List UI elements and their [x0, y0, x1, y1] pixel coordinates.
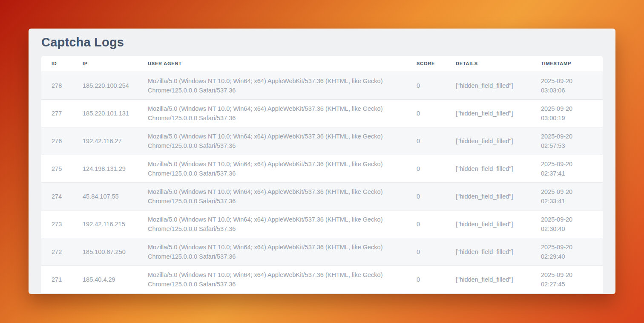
- captcha-logs-card: Captcha Logs IDIPUSER AGENTSCOREDETAILST…: [29, 29, 615, 294]
- column-header-id: ID: [41, 56, 72, 72]
- cell-id: 278: [41, 72, 72, 99]
- table-row: 271185.40.4.29Mozilla/5.0 (Windows NT 10…: [41, 265, 603, 293]
- cell-id: 277: [41, 99, 72, 127]
- cell-details: ["hidden_field_filled"]: [446, 127, 531, 155]
- cell-details: ["hidden_field_filled"]: [446, 182, 531, 210]
- table-row: 278185.220.100.254Mozilla/5.0 (Windows N…: [41, 72, 603, 99]
- column-header-timestamp: TIMESTAMP: [531, 56, 603, 72]
- table-row: 277185.220.101.131Mozilla/5.0 (Windows N…: [41, 99, 603, 127]
- cell-details: ["hidden_field_filled"]: [446, 155, 531, 182]
- cell-user_agent: Mozilla/5.0 (Windows NT 10.0; Win64; x64…: [138, 155, 406, 182]
- table-row: 275124.198.131.29Mozilla/5.0 (Windows NT…: [41, 155, 603, 182]
- cell-user_agent: Mozilla/5.0 (Windows NT 10.0; Win64; x64…: [138, 238, 406, 265]
- cell-timestamp: 2025-09-20 02:30:40: [531, 210, 603, 238]
- logs-table: IDIPUSER AGENTSCOREDETAILSTIMESTAMP 2781…: [41, 56, 603, 293]
- cell-ip: 185.40.4.29: [72, 265, 138, 293]
- cell-score: 0: [406, 99, 446, 127]
- cell-id: 271: [41, 265, 72, 293]
- cell-ip: 185.100.87.250: [72, 238, 138, 265]
- cell-id: 274: [41, 182, 72, 210]
- cell-score: 0: [406, 182, 446, 210]
- cell-score: 0: [406, 238, 446, 265]
- cell-user_agent: Mozilla/5.0 (Windows NT 10.0; Win64; x64…: [138, 182, 406, 210]
- cell-details: ["hidden_field_filled"]: [446, 72, 531, 99]
- cell-timestamp: 2025-09-20 02:29:40: [531, 238, 603, 265]
- cell-id: 273: [41, 210, 72, 238]
- cell-user_agent: Mozilla/5.0 (Windows NT 10.0; Win64; x64…: [138, 210, 406, 238]
- cell-id: 276: [41, 127, 72, 155]
- cell-timestamp: 2025-09-20 03:03:06: [531, 72, 603, 99]
- cell-timestamp: 2025-09-20 02:33:41: [531, 182, 603, 210]
- cell-user_agent: Mozilla/5.0 (Windows NT 10.0; Win64; x64…: [138, 127, 406, 155]
- table-row: 273192.42.116.215Mozilla/5.0 (Windows NT…: [41, 210, 603, 238]
- table-row: 27445.84.107.55Mozilla/5.0 (Windows NT 1…: [41, 182, 603, 210]
- cell-user_agent: Mozilla/5.0 (Windows NT 10.0; Win64; x64…: [138, 99, 406, 127]
- cell-user_agent: Mozilla/5.0 (Windows NT 10.0; Win64; x64…: [138, 72, 406, 99]
- cell-score: 0: [406, 210, 446, 238]
- cell-timestamp: 2025-09-20 03:00:19: [531, 99, 603, 127]
- page-title: Captcha Logs: [41, 35, 603, 49]
- cell-ip: 185.220.100.254: [72, 72, 138, 99]
- cell-details: ["hidden_field_filled"]: [446, 99, 531, 127]
- cell-user_agent: Mozilla/5.0 (Windows NT 10.0; Win64; x64…: [138, 265, 406, 293]
- cell-score: 0: [406, 127, 446, 155]
- logs-table-body: 278185.220.100.254Mozilla/5.0 (Windows N…: [41, 72, 603, 293]
- cell-timestamp: 2025-09-20 02:37:41: [531, 155, 603, 182]
- cell-ip: 124.198.131.29: [72, 155, 138, 182]
- cell-score: 0: [406, 155, 446, 182]
- cell-score: 0: [406, 72, 446, 99]
- table-row: 276192.42.116.27Mozilla/5.0 (Windows NT …: [41, 127, 603, 155]
- cell-timestamp: 2025-09-20 02:27:45: [531, 265, 603, 293]
- column-header-score: SCORE: [406, 56, 446, 72]
- cell-id: 275: [41, 155, 72, 182]
- cell-score: 0: [406, 265, 446, 293]
- cell-ip: 192.42.116.215: [72, 210, 138, 238]
- cell-details: ["hidden_field_filled"]: [446, 210, 531, 238]
- column-header-ip: IP: [72, 56, 138, 72]
- column-header-user_agent: USER AGENT: [138, 56, 406, 72]
- cell-details: ["hidden_field_filled"]: [446, 265, 531, 293]
- column-header-details: DETAILS: [446, 56, 531, 72]
- table-row: 272185.100.87.250Mozilla/5.0 (Windows NT…: [41, 238, 603, 265]
- logs-table-container: IDIPUSER AGENTSCOREDETAILSTIMESTAMP 2781…: [41, 56, 603, 293]
- cell-ip: 192.42.116.27: [72, 127, 138, 155]
- cell-id: 272: [41, 238, 72, 265]
- cell-ip: 45.84.107.55: [72, 182, 138, 210]
- cell-ip: 185.220.101.131: [72, 99, 138, 127]
- cell-timestamp: 2025-09-20 02:57:53: [531, 127, 603, 155]
- table-header-row: IDIPUSER AGENTSCOREDETAILSTIMESTAMP: [41, 56, 603, 72]
- cell-details: ["hidden_field_filled"]: [446, 238, 531, 265]
